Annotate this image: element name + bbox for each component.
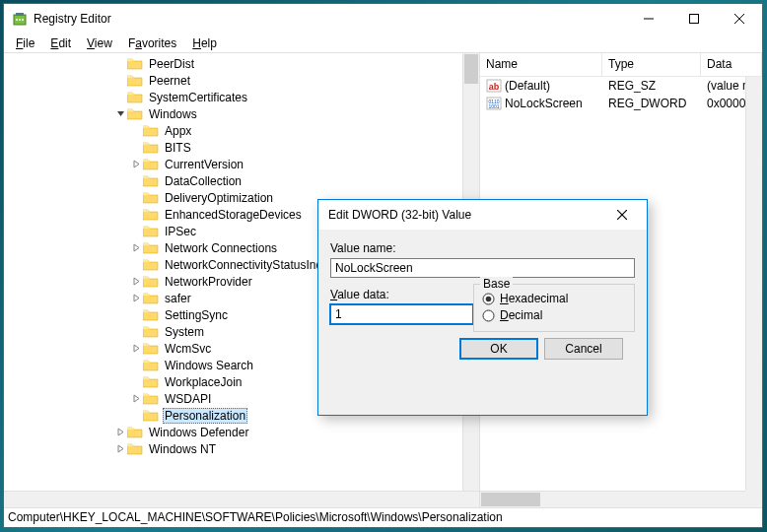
list-vscrollbar[interactable] xyxy=(745,77,762,491)
reg-binary-icon: 01101001 xyxy=(486,96,502,111)
list-row[interactable]: 01101001NoLockScreenREG_DWORD0x00000001 … xyxy=(480,95,762,112)
tree-item-label: Personalization xyxy=(163,408,247,424)
tree-item-label: SystemCertificates xyxy=(147,91,249,104)
tree-item-label: System xyxy=(163,325,206,339)
folder-icon xyxy=(143,174,159,187)
menu-file[interactable]: File xyxy=(8,34,42,52)
value-name-input[interactable] xyxy=(330,258,635,278)
chevron-right-icon[interactable] xyxy=(130,277,143,286)
chevron-right-icon[interactable] xyxy=(114,444,127,453)
edit-dword-dialog: Edit DWORD (32-bit) Value Value name: Va… xyxy=(317,199,648,416)
tree-item[interactable]: Appx xyxy=(4,122,479,139)
menu-view[interactable]: View xyxy=(79,34,120,52)
scrollbar-thumb[interactable] xyxy=(481,493,540,506)
col-data[interactable]: Data xyxy=(701,53,762,76)
base-legend: Base xyxy=(480,277,513,291)
folder-icon xyxy=(143,392,159,405)
chevron-down-icon[interactable] xyxy=(114,109,127,118)
folder-icon xyxy=(127,426,143,438)
chevron-right-icon[interactable] xyxy=(130,344,143,353)
tree-item-label: Windows Search xyxy=(163,359,255,372)
window-controls xyxy=(626,4,762,33)
tree-item[interactable]: Windows NT xyxy=(4,440,479,457)
minimize-button[interactable] xyxy=(626,4,671,33)
tree-item-label: PeerDist xyxy=(147,57,196,71)
folder-icon xyxy=(127,107,143,120)
titlebar[interactable]: Registry Editor xyxy=(4,4,762,33)
tree-item[interactable]: Windows Defender xyxy=(4,424,479,440)
svg-rect-1 xyxy=(16,13,24,16)
tree-item[interactable]: PeerDist xyxy=(4,55,479,72)
dialog-body: Value name: Value data: Base Hexadecimal… xyxy=(318,230,647,367)
tree-item-label: WorkplaceJoin xyxy=(163,375,244,389)
svg-point-18 xyxy=(483,310,494,321)
maximize-button[interactable] xyxy=(671,4,717,33)
tree-item[interactable]: BITS xyxy=(4,139,479,156)
tree-item[interactable]: Windows xyxy=(4,105,479,122)
value-data-input[interactable] xyxy=(330,304,473,324)
ok-button[interactable]: OK xyxy=(459,338,538,360)
tree-item-label: BITS xyxy=(163,141,193,155)
folder-icon xyxy=(143,258,159,271)
folder-icon xyxy=(143,208,159,221)
tree-item-label: IPSec xyxy=(163,225,198,238)
tree-item-label: SettingSync xyxy=(163,308,230,322)
tree-item-label: DataCollection xyxy=(163,174,244,188)
value-type: REG_DWORD xyxy=(602,97,701,110)
menu-edit[interactable]: Edit xyxy=(42,34,79,52)
radio-hexadecimal[interactable]: Hexadecimal xyxy=(482,292,626,305)
folder-icon xyxy=(143,325,159,338)
folder-icon xyxy=(143,308,159,321)
chevron-right-icon[interactable] xyxy=(130,243,143,252)
folder-icon xyxy=(143,342,159,355)
col-name[interactable]: Name xyxy=(480,53,602,76)
value-name-label: Value name: xyxy=(330,241,635,255)
list-hscrollbar[interactable] xyxy=(480,491,745,507)
tree-item-label: WcmSvc xyxy=(163,342,213,356)
chevron-right-icon[interactable] xyxy=(130,394,143,403)
dialog-close-button[interactable] xyxy=(607,206,637,224)
svg-point-17 xyxy=(486,296,492,301)
tree-item[interactable]: DataCollection xyxy=(4,172,479,189)
folder-icon xyxy=(143,225,159,237)
chevron-right-icon[interactable] xyxy=(130,160,143,168)
menu-favorites[interactable]: Favorites xyxy=(120,34,184,52)
value-name: NoLockScreen xyxy=(505,97,583,110)
value-type: REG_SZ xyxy=(602,79,701,93)
close-button[interactable] xyxy=(717,4,762,33)
tree-item-label: CurrentVersion xyxy=(163,158,245,171)
svg-text:1001: 1001 xyxy=(488,103,499,109)
list-header: Name Type Data xyxy=(480,53,762,77)
folder-icon xyxy=(143,275,159,288)
tree-item-label: Windows xyxy=(147,107,199,121)
radio-checked-icon xyxy=(482,293,495,305)
menu-help[interactable]: Help xyxy=(184,34,225,52)
tree-item-label: WSDAPI xyxy=(163,392,213,406)
radio-label-hex: Hexadecimal xyxy=(500,292,568,305)
tree-item[interactable]: SystemCertificates xyxy=(4,89,479,105)
cancel-button[interactable]: Cancel xyxy=(544,338,623,360)
tree-item-label: NetworkProvider xyxy=(163,275,254,289)
col-type[interactable]: Type xyxy=(602,53,701,76)
tree-item[interactable]: Peernet xyxy=(4,72,479,89)
dialog-title: Edit DWORD (32-bit) Value xyxy=(328,208,607,222)
list-row[interactable]: ab(Default)REG_SZ(value not set) xyxy=(480,77,762,95)
chevron-right-icon[interactable] xyxy=(130,294,143,302)
folder-icon xyxy=(127,91,143,103)
tree-item[interactable]: CurrentVersion xyxy=(4,156,479,172)
folder-icon xyxy=(143,141,159,154)
window-title: Registry Editor xyxy=(34,12,626,26)
tree-item-label: DeliveryOptimization xyxy=(163,191,275,205)
svg-point-3 xyxy=(19,19,21,21)
reg-string-icon: ab xyxy=(486,78,502,94)
radio-decimal[interactable]: Decimal xyxy=(482,308,626,322)
resize-grip[interactable] xyxy=(745,491,762,507)
dialog-titlebar[interactable]: Edit DWORD (32-bit) Value xyxy=(318,200,647,230)
chevron-right-icon[interactable] xyxy=(114,428,127,436)
folder-icon xyxy=(143,158,159,170)
radio-label-dec: Decimal xyxy=(500,308,542,322)
tree-item-label: EnhancedStorageDevices xyxy=(163,208,304,222)
folder-icon xyxy=(127,442,143,455)
scrollbar-thumb[interactable] xyxy=(464,54,478,84)
tree-hscrollbar[interactable] xyxy=(4,491,479,507)
